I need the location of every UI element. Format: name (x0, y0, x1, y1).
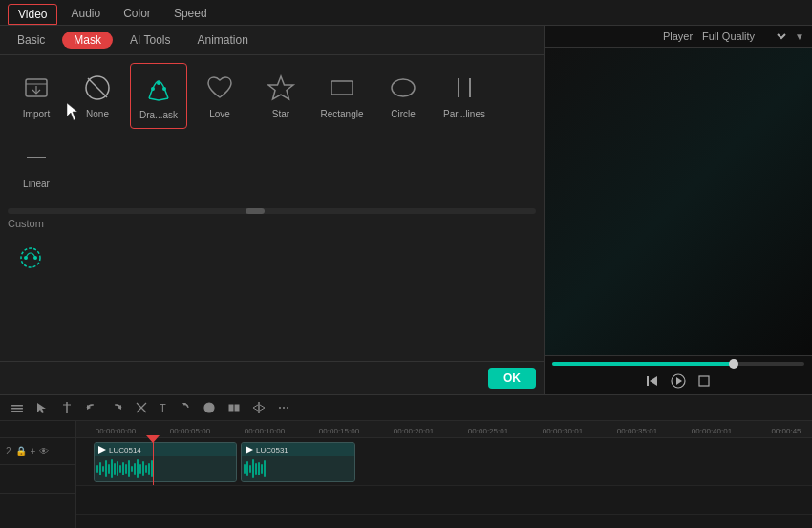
group-button[interactable] (224, 399, 244, 416)
circle-label: Circle (391, 109, 416, 119)
track-eye-button[interactable]: 👁 (39, 446, 49, 456)
custom-mask-tool[interactable] (8, 237, 53, 279)
track-area-2 (76, 486, 812, 515)
track-number-label: 2 (6, 446, 11, 456)
time-mark-8: 00:00:40:01 (674, 427, 749, 435)
none-label: None (86, 109, 109, 119)
svg-point-3 (151, 87, 155, 91)
trim-tool-button[interactable] (57, 399, 76, 416)
track-area-1: LUC0514 (76, 438, 812, 486)
svg-rect-32 (235, 405, 239, 411)
scroll-track[interactable] (8, 208, 536, 214)
timeline-section: T 2 🔒 + 👁 (0, 394, 812, 528)
video-preview (545, 48, 812, 355)
player-controls-area (545, 355, 812, 394)
time-mark-3: 00:00:15:00 (302, 427, 376, 435)
svg-rect-20 (11, 405, 23, 407)
mask-item-draw[interactable]: Dra...ask (130, 63, 187, 129)
tab-speed[interactable]: Speed (164, 4, 217, 25)
svg-point-13 (24, 256, 28, 260)
svg-marker-18 (676, 377, 682, 385)
time-mark-4: 00:00:20:01 (376, 427, 451, 435)
more-tools-button[interactable] (274, 399, 293, 416)
time-mark-9: 00:00:45 (749, 427, 812, 435)
player-header: Player Full Quality Half Quality Quarter… (545, 26, 812, 48)
rotate-button[interactable] (175, 399, 194, 416)
mask-item-import[interactable]: Import (8, 63, 65, 129)
quality-select[interactable]: Full Quality Half Quality Quarter Qualit… (698, 30, 789, 43)
subtab-mask[interactable]: Mask (62, 32, 113, 49)
clip-play-icon-1 (98, 446, 106, 454)
ok-button[interactable]: OK (488, 368, 536, 389)
clip-label-bar-1: LUC0514 (95, 443, 236, 456)
clip-name-1: LUC0514 (109, 446, 141, 454)
time-marks: 00:00:00:00 00:00:05:00 00:00:10:00 00:0… (76, 427, 812, 437)
subtab-ai-tools[interactable]: AI Tools (120, 32, 180, 49)
stop-button[interactable] (697, 374, 711, 388)
speed-button[interactable] (200, 399, 219, 416)
love-icon (203, 71, 237, 105)
player-area (545, 48, 812, 355)
svg-rect-31 (229, 405, 233, 411)
track-controls-2 (0, 467, 75, 494)
svg-point-8 (392, 79, 415, 96)
track-add-button[interactable]: + (31, 446, 36, 456)
subtab-animation[interactable]: Animation (187, 32, 257, 49)
time-mark-7: 00:00:35:01 (600, 427, 674, 435)
ok-area: OK (0, 361, 544, 394)
tab-color[interactable]: Color (114, 4, 160, 25)
scroll-thumb (246, 208, 265, 214)
right-panel: Player Full Quality Half Quality Quarter… (545, 26, 812, 394)
svg-point-35 (283, 407, 285, 409)
skip-back-button[interactable] (646, 374, 659, 388)
mask-item-love[interactable]: Love (191, 63, 248, 129)
linear-label: Linear (23, 179, 50, 189)
select-tool-button[interactable] (32, 399, 52, 416)
circle-icon (386, 71, 420, 105)
track-controls-1: 2 🔒 + 👁 (0, 438, 75, 465)
mask-item-linear[interactable]: Linear (8, 133, 65, 197)
rectangle-icon (325, 71, 359, 105)
player-buttons (552, 373, 804, 389)
top-tab-bar: Video Audio Color Speed (0, 0, 812, 26)
split-button[interactable] (249, 399, 268, 416)
video-clip-1[interactable]: LUC0514 (94, 442, 237, 482)
playhead-line (153, 438, 154, 485)
tab-video[interactable]: Video (8, 4, 57, 25)
undo-button[interactable] (82, 399, 101, 416)
mask-item-rectangle[interactable]: Rectangle (313, 63, 371, 129)
progress-bar[interactable] (552, 362, 804, 366)
svg-point-14 (33, 256, 37, 260)
video-clip-2[interactable]: LUC0531 (241, 442, 355, 482)
svg-rect-21 (11, 408, 23, 410)
tab-audio[interactable]: Audio (61, 4, 110, 25)
subtab-basic[interactable]: Basic (8, 32, 54, 49)
timeline-content: 2 🔒 + 👁 00:00:00:00 00:00:05:00 00:00:10… (0, 421, 812, 528)
love-label: Love (209, 109, 230, 119)
redo-button[interactable] (107, 399, 126, 416)
linear-icon (19, 140, 53, 175)
mask-item-star[interactable]: Star (252, 63, 310, 129)
time-mark-2: 00:00:10:00 (227, 427, 302, 435)
timeline-settings-button[interactable] (8, 399, 27, 416)
mask-item-circle[interactable]: Circle (374, 63, 432, 129)
time-mark-5: 00:00:25:01 (451, 427, 525, 435)
clip-label-bar-2: LUC0531 (242, 443, 354, 456)
track-lock-button[interactable]: 🔒 (15, 446, 27, 456)
cut-button[interactable] (132, 399, 151, 416)
mask-item-parallel-lines[interactable]: Par...lines (436, 63, 493, 129)
text-button[interactable]: T (157, 400, 169, 415)
svg-line-2 (88, 78, 107, 97)
svg-marker-6 (268, 76, 293, 99)
clip-waveform-1 (95, 456, 236, 481)
svg-rect-7 (331, 81, 353, 95)
mask-item-none[interactable]: None (69, 63, 126, 129)
draw-mask-icon (141, 72, 176, 106)
play-button[interactable] (671, 373, 686, 389)
clip-play-icon-2 (246, 446, 253, 454)
time-mark-0: 00:00:00:00 (78, 427, 153, 435)
timeline-toolbar: T (0, 395, 812, 421)
custom-tool-area (8, 237, 536, 279)
time-mark-1: 00:00:05:00 (153, 427, 227, 435)
svg-point-5 (162, 87, 166, 91)
